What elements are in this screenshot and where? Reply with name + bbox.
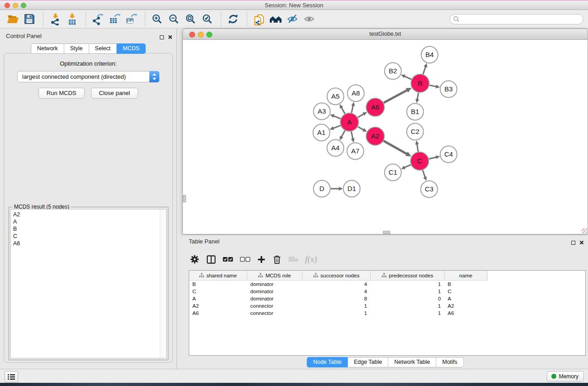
column-header-predecessor-nodes[interactable]: predecessor nodes bbox=[371, 271, 445, 281]
tab-motifs[interactable]: Motifs bbox=[436, 357, 464, 367]
vertical-scrollbar-nub[interactable] bbox=[183, 195, 186, 202]
close-panel-icon[interactable] bbox=[579, 238, 584, 247]
result-item[interactable]: A bbox=[13, 218, 166, 225]
table-row[interactable]: Cdominator41C bbox=[189, 288, 585, 295]
table-row[interactable]: A2connector11A2 bbox=[189, 302, 585, 310]
zoom-fit-icon[interactable] bbox=[183, 12, 198, 26]
result-item[interactable]: A2 bbox=[13, 211, 166, 218]
import-table-icon[interactable] bbox=[65, 12, 79, 26]
export-table-icon[interactable] bbox=[107, 12, 122, 26]
zoom-out-icon[interactable] bbox=[167, 12, 181, 26]
edge-B-B2[interactable] bbox=[404, 76, 411, 80]
column-header-label: MCDS role bbox=[265, 273, 291, 278]
table-row[interactable]: A6connector11A6 bbox=[189, 310, 585, 317]
optimization-criterion-select[interactable]: largest connected component (directed) bbox=[17, 71, 159, 82]
export-image-icon[interactable] bbox=[124, 12, 139, 26]
network-from-selection-icon[interactable] bbox=[252, 12, 266, 26]
edge-A-A6[interactable] bbox=[358, 114, 364, 117]
resize-handle[interactable] bbox=[582, 228, 587, 234]
tab-node-table[interactable]: Node Table bbox=[307, 357, 348, 367]
export-network-icon[interactable] bbox=[91, 12, 105, 26]
edge-A2-C[interactable] bbox=[383, 141, 407, 154]
cell: dominator bbox=[247, 281, 302, 287]
save-session-icon[interactable] bbox=[22, 12, 37, 26]
cell: 4 bbox=[302, 281, 371, 287]
memory-button[interactable]: Memory bbox=[547, 371, 584, 381]
result-scrollbar[interactable] bbox=[160, 210, 166, 358]
close-panel-icon[interactable] bbox=[168, 33, 172, 41]
tab-style[interactable]: Style bbox=[64, 43, 89, 54]
run-mcds-button[interactable]: Run MCDS bbox=[38, 88, 85, 99]
refresh-icon[interactable] bbox=[226, 12, 240, 26]
edge-A-A4[interactable] bbox=[341, 130, 345, 137]
edge-A-A1[interactable] bbox=[333, 125, 340, 128]
column-header-name[interactable]: name bbox=[445, 271, 488, 281]
network-close-button[interactable] bbox=[189, 32, 195, 38]
delete-column-icon[interactable] bbox=[272, 255, 282, 264]
network-view-titlebar[interactable]: testGlobe.txt bbox=[182, 29, 588, 40]
zoom-in-icon[interactable] bbox=[150, 12, 164, 26]
tab-network[interactable]: Network bbox=[31, 43, 64, 54]
column-header-shared-name[interactable]: shared name bbox=[189, 271, 247, 281]
import-network-icon[interactable] bbox=[48, 12, 62, 26]
edge-A-A5[interactable] bbox=[341, 107, 345, 114]
hide-selected-icon[interactable] bbox=[285, 12, 300, 26]
node-label: A6 bbox=[371, 103, 379, 111]
deselect-all-icon[interactable] bbox=[240, 257, 250, 262]
cell: 1 bbox=[371, 303, 445, 309]
edge-A-A3[interactable] bbox=[333, 116, 341, 119]
node-label: A4 bbox=[331, 144, 339, 152]
result-item[interactable]: B bbox=[13, 225, 166, 233]
horizontal-scrollbar-nub[interactable] bbox=[383, 231, 390, 234]
network-zoom-button[interactable] bbox=[206, 32, 212, 38]
table-panel: Table Panel bbox=[182, 235, 588, 369]
node-table[interactable]: shared nameMCDS rolesuccessor nodesprede… bbox=[189, 270, 586, 356]
edge-A-A2[interactable] bbox=[358, 127, 364, 130]
network-canvas[interactable]: B4B2BB3A8A5A6A3B1AC2A1A2A4A7C4CC1DD1C3 bbox=[182, 40, 588, 234]
tab-select[interactable]: Select bbox=[89, 43, 117, 54]
float-panel-icon[interactable] bbox=[571, 241, 575, 245]
arrowhead-icon bbox=[435, 85, 440, 88]
task-history-button[interactable] bbox=[5, 371, 18, 382]
mcds-result-list[interactable]: A2ABCA6 bbox=[10, 209, 167, 358]
column-browser-icon[interactable] bbox=[206, 255, 216, 264]
search-input[interactable] bbox=[449, 14, 583, 24]
table-row[interactable]: Bdominator41B bbox=[189, 281, 585, 288]
zoom-selected-icon[interactable] bbox=[200, 12, 215, 26]
column-header-successor-nodes[interactable]: successor nodes bbox=[302, 271, 371, 281]
tab-network-table[interactable]: Network Table bbox=[388, 357, 436, 367]
result-item[interactable]: C bbox=[13, 233, 166, 240]
close-panel-button[interactable]: Close panel bbox=[91, 88, 139, 99]
column-header-mcds-role[interactable]: MCDS role bbox=[247, 271, 302, 281]
tab-edge-table[interactable]: Edge Table bbox=[348, 357, 388, 367]
add-column-icon[interactable] bbox=[257, 255, 266, 264]
cell: C bbox=[189, 289, 247, 294]
edge-C-C1[interactable] bbox=[404, 165, 411, 167]
edge-B-B4[interactable] bbox=[423, 66, 426, 74]
float-panel-icon[interactable] bbox=[160, 35, 164, 39]
select-all-icon[interactable] bbox=[223, 257, 233, 262]
edge-C-C2[interactable] bbox=[417, 143, 418, 152]
table-row[interactable]: Adominator80A bbox=[189, 295, 585, 302]
show-all-icon[interactable] bbox=[302, 12, 316, 26]
node-label: A7 bbox=[351, 147, 359, 155]
edge-B-B3[interactable] bbox=[430, 85, 437, 86]
cell: B bbox=[445, 281, 488, 287]
gear-icon[interactable] bbox=[190, 254, 200, 264]
column-header-label: shared name bbox=[206, 273, 237, 278]
edge-A6-B[interactable] bbox=[384, 90, 408, 103]
edge-A-A7[interactable] bbox=[351, 132, 353, 139]
edge-B-B1[interactable] bbox=[417, 93, 419, 100]
first-neighbors-icon[interactable] bbox=[268, 12, 283, 26]
cell: 8 bbox=[302, 296, 371, 301]
tab-mcds[interactable]: MCDS bbox=[117, 43, 146, 54]
cell: A bbox=[189, 296, 247, 301]
edge-C-C4[interactable] bbox=[429, 157, 437, 159]
result-item[interactable]: A6 bbox=[13, 240, 166, 247]
column-tree-icon bbox=[382, 273, 387, 278]
open-session-icon[interactable] bbox=[5, 12, 20, 26]
edge-C-C3[interactable] bbox=[423, 170, 425, 178]
table-panel-title: Table Panel bbox=[189, 238, 220, 245]
network-minimize-button[interactable] bbox=[198, 32, 204, 38]
edge-A-A8[interactable] bbox=[351, 105, 353, 113]
